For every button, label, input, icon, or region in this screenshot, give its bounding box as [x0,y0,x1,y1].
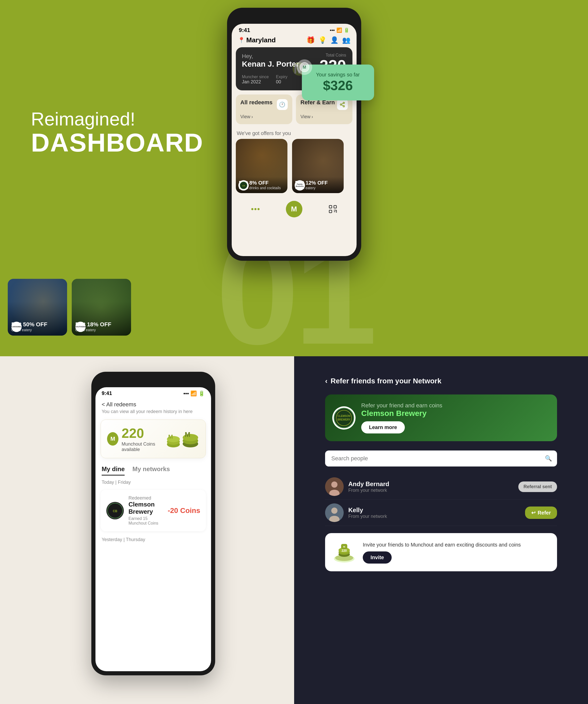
invite-text-block: Invite your friends to Munchout and earn… [363,541,551,564]
bottom-section: 9:41 ▪▪▪ 📶 🔋 < All redeems You can view … [0,356,588,704]
invite-card: 220 M Invite your friends to Munchout an… [325,533,557,571]
chevron-right-icon: › [251,114,253,120]
rp-back-arrow[interactable]: ‹ [325,377,327,385]
svg-point-7 [251,208,253,210]
top-section: 01 Reimagined! DASHBOARD Flat 50% OFF On… [0,0,588,356]
status-icons: ▪▪▪ 📶 🔋 [330,27,349,33]
food-card-family[interactable]: Flat 12% OFF On all eatery Family Busine… [292,139,344,193]
kelly-from: From your network [348,514,520,519]
signal-icon: ▪▪▪ [330,27,335,33]
nav-scan-btn[interactable] [326,202,339,216]
savings-label: Your savings so far [311,72,365,78]
dashboard-label: DASHBOARD [31,130,203,156]
kelly-name: Kelly [348,507,520,514]
nav-center-btn[interactable]: M [286,201,303,217]
svg-text:CLEMSON: CLEMSON [337,415,350,417]
all-redeems-title: All redeems [241,99,273,106]
location-name[interactable]: 📍 Maryland [238,36,276,44]
lp-status-bar: 9:41 ▪▪▪ 📶 🔋 [95,387,211,399]
battery-icon: 🔋 [344,27,349,33]
redeem-coins: -20 Coins [168,507,200,515]
left-dynamic-island [138,376,169,385]
andy-avatar [325,477,344,496]
lp-date-yesterday: Yesterday | Thursday [95,534,211,543]
learn-more-btn[interactable]: Learn more [361,421,405,433]
offers-label: We've got offers for you [232,128,356,139]
all-redeems-card[interactable]: All redeems 🕐 View › [236,95,292,124]
coins-banner: M 220 Munchout Coins available M [101,419,206,458]
refer-kelly-btn[interactable]: ↩ Refer [525,507,557,519]
coin-stack-1: M [167,433,181,448]
floating-food-cards: Flat 50% OFF On all eatery CARAMEL Flat … [8,279,131,336]
dashboard-text-block: Reimagined! DASHBOARD [31,108,203,156]
redeem-item-1[interactable]: CB Redeemed Clemson Brewery Earned 15 Mu… [101,490,206,531]
invite-btn[interactable]: Invite [363,551,392,564]
lp-tabs[interactable]: My dine My networks [95,462,211,475]
brewery-text: Refer your friend and earn coins Clemson… [361,402,550,433]
person-item-2: Kelly From your network ↩ Refer [325,500,557,526]
hero-name: Kenan J. Porter [242,60,299,68]
lp-date-today: Today | Friday [95,475,211,487]
muncher-since: Muncher since Jan 2022 [242,75,269,85]
invite-title: Invite your friends to Munchout and earn… [363,541,551,548]
svg-text:M: M [343,545,345,548]
lp-back-btn[interactable]: < All redeems [102,401,205,408]
savings-card: M Your savings so far $326 [302,65,374,101]
kelly-info: Kelly From your network [348,507,520,519]
svg-text:220: 220 [342,549,347,552]
lp-status-icons: ▪▪▪ 📶 🔋 [184,390,205,397]
person2-icon[interactable]: 👥 [342,36,350,44]
rp-search: 🔍 [325,451,557,467]
right-panel: ‹ Refer friends from your Network CLEMSO… [294,356,588,704]
brewery-card: CLEMSON BREWERY Refer your friend and ea… [325,395,557,441]
search-input[interactable] [325,451,557,467]
savings-coin-icon: M [297,59,312,75]
bottom-nav: M [232,197,356,223]
svg-line-3 [341,105,343,106]
floating-card-1: Flat 50% OFF On all eatery CARAMEL [8,279,67,336]
rp-title: Refer friends from your Network [330,377,441,385]
location-bar: 📍 Maryland 🎁 💡 👤 👥 [232,35,356,47]
lightbulb-icon[interactable]: 💡 [318,36,327,44]
people-list: Andy Bernard From your network Referral … [325,474,557,526]
lp-wifi: 📶 [190,390,197,397]
andy-name: Andy Bernard [348,480,514,488]
svg-rect-12 [329,210,332,213]
coins-left-area: M 220 Munchout Coins available [107,425,167,452]
family-logo: Family Business [295,180,305,190]
all-redeems-view[interactable]: View › [241,114,288,120]
nav-dots-btn[interactable] [249,202,262,216]
chevron-right-icon2: › [311,114,313,120]
tab-my-dine[interactable]: My dine [102,465,125,475]
svg-point-28 [331,508,337,514]
redeem-action: Redeemed [128,495,163,501]
top-nav-icons[interactable]: 🎁 💡 👤 👥 [307,36,350,44]
card1-logo: CARAMEL [11,322,22,332]
wifi-icon: 📶 [336,27,342,33]
gift-icon[interactable]: 🎁 [307,36,315,44]
lp-header: < All redeems You can view all your rede… [95,399,211,416]
redeem-earn: Earned 15 Munchout Coins [128,516,163,526]
hero-greeting: Hey, [242,53,299,60]
brewery-earn: Refer your friend and earn coins [361,402,550,409]
tab-my-networks[interactable]: My networks [132,465,170,475]
svg-rect-11 [334,206,336,208]
refer-earn-view[interactable]: View › [301,114,348,120]
person-icon[interactable]: 👤 [330,36,338,44]
savings-value: $326 [311,78,365,93]
share-icon [337,99,348,110]
location-text: Maryland [246,36,276,44]
refer-arrow-icon: ↩ [531,510,536,516]
coin-stack-2: M [183,430,199,448]
svg-point-9 [258,208,260,210]
svg-point-20 [334,408,354,428]
person-item-1: Andy Bernard From your network Referral … [325,474,557,500]
andy-from: From your network [348,488,514,493]
food-card-drinks[interactable]: Flat 8% OFF On all drinks and cocktails … [236,139,287,193]
lp-signal: ▪▪▪ [184,391,189,397]
coins-text: 220 Munchout Coins available [122,425,167,452]
hero-meta: Muncher since Jan 2022 Expiry 00 [242,75,299,85]
svg-point-8 [254,208,256,210]
phone-screen: 9:41 ▪▪▪ 📶 🔋 📍 Maryland 🎁 💡 [232,24,356,256]
redeem-info: Redeemed Clemson Brewery Earned 15 Munch… [128,495,163,526]
